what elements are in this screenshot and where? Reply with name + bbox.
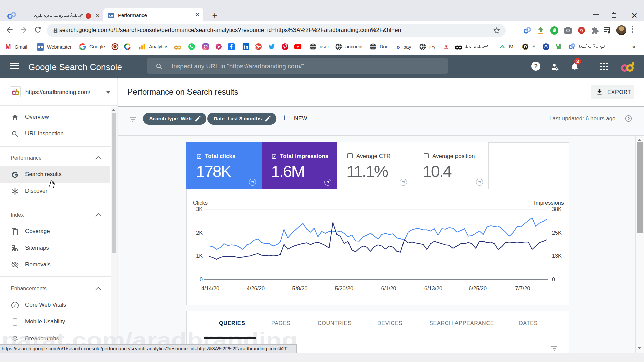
svg-text:38K: 38K — [552, 206, 562, 212]
svg-text:Clicks: Clicks — [193, 200, 208, 206]
svg-text:4/14/20: 4/14/20 — [201, 285, 219, 291]
svg-text:7/7/20: 7/7/20 — [515, 285, 530, 291]
svg-text:6/25/20: 6/25/20 — [469, 285, 487, 291]
svg-text:1: 1 — [525, 45, 526, 48]
svg-text:0: 0 — [552, 276, 555, 282]
svg-text:6/13/20: 6/13/20 — [424, 285, 442, 291]
svg-text:1K: 1K — [196, 253, 203, 259]
svg-text:25K: 25K — [552, 230, 562, 236]
svg-text:3K: 3K — [196, 206, 203, 212]
svg-text:5/8/20: 5/8/20 — [292, 285, 307, 291]
svg-text:13K: 13K — [552, 253, 562, 259]
svg-text:9: 9 — [580, 28, 583, 33]
svg-text:4/26/20: 4/26/20 — [247, 285, 265, 291]
svg-text:6/1/20: 6/1/20 — [381, 285, 396, 291]
svg-text:0: 0 — [200, 276, 203, 282]
svg-text:Impressions: Impressions — [534, 200, 564, 206]
svg-text:5/20/20: 5/20/20 — [335, 285, 353, 291]
svg-text:2K: 2K — [196, 230, 203, 236]
